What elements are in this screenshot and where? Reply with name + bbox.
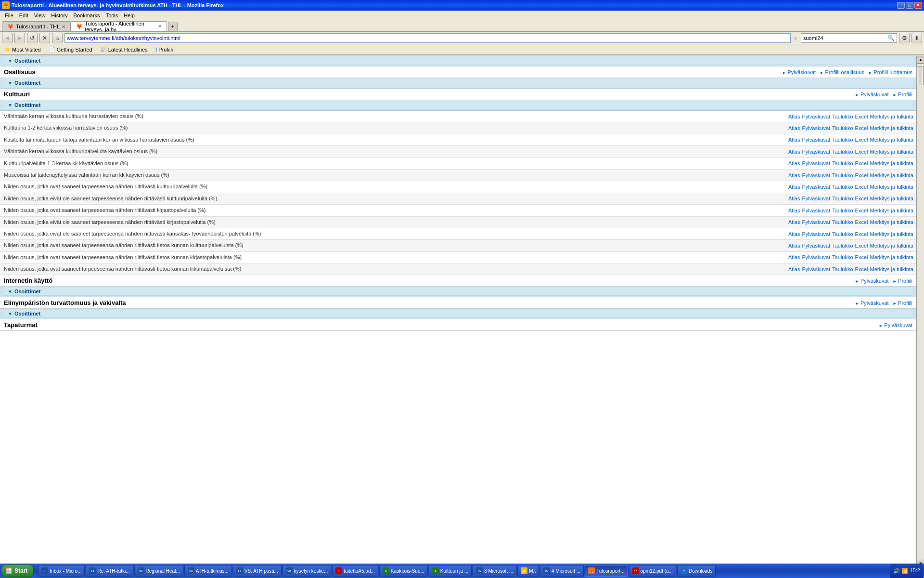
link-taulukko-7[interactable]: Taulukko: [832, 196, 853, 201]
taskbar-vs-ath[interactable]: O VS: ATH posti...: [233, 565, 282, 577]
link-excel-0[interactable]: Excel: [855, 114, 868, 119]
link-merkitys-ja-tulkinta-9[interactable]: Merkitys ja tulkinta: [870, 219, 913, 225]
link-merkitys-ja-tulkinta-1[interactable]: Merkitys ja tulkinta: [870, 125, 913, 131]
search-input[interactable]: [803, 35, 886, 41]
link-taulukko-10[interactable]: Taulukko: [832, 231, 853, 237]
bookmark-most-visited[interactable]: ⭐ Most Visited: [2, 46, 43, 53]
link-pylväskuvat-5[interactable]: Pylväskuvat: [802, 172, 830, 178]
scrollbar[interactable]: ▲ ▼: [916, 56, 924, 567]
link-pylväskuvat-12[interactable]: Pylväskuvat: [802, 254, 830, 260]
link-atlas-9[interactable]: Atlas: [788, 219, 800, 225]
taskbar-ath-tutki[interactable]: W ATH-tutkimus...: [184, 565, 232, 577]
link-merkitys-ja-tulkinta-3[interactable]: Merkitys ja tulkinta: [870, 149, 913, 155]
url-box[interactable]: www.terveytemme.fi/ath/tulokset/hyvinvoi…: [64, 33, 791, 43]
taskbar-m-drive[interactable]: 📁 M:\: [517, 565, 539, 577]
link-taulukko-11[interactable]: Taulukko: [832, 243, 853, 249]
link-taulukko-6[interactable]: Taulukko: [832, 184, 853, 190]
link-excel-9[interactable]: Excel: [855, 219, 868, 225]
taskbar-tulosraportit[interactable]: 🦊 Tulosraport...: [585, 565, 628, 577]
bookmark-profiili[interactable]: f Profiili: [154, 47, 175, 53]
scroll-track[interactable]: [917, 64, 924, 560]
link-merkitys-ja-tulkinta-11[interactable]: Merkitys ja tulkinta: [870, 243, 913, 249]
link-atlas-7[interactable]: Atlas: [788, 196, 800, 201]
link-taulukko-5[interactable]: Taulukko: [832, 172, 853, 178]
link-merkitys-ja-tulkinta-6[interactable]: Merkitys ja tulkinta: [870, 184, 913, 190]
link-taulukko-8[interactable]: Taulukko: [832, 208, 853, 213]
link-excel-6[interactable]: Excel: [855, 184, 868, 190]
link-excel-12[interactable]: Excel: [855, 254, 868, 260]
link-taulukko-12[interactable]: Taulukko: [832, 254, 853, 260]
link-pylväskuvat-2[interactable]: Pylväskuvat: [802, 137, 830, 143]
tapaturmat-pylvaskuvat[interactable]: Pylväskuvat: [879, 322, 912, 328]
osoittimet-row-osallisuus[interactable]: ▼ Osoittimet: [4, 79, 912, 87]
link-taulukko-13[interactable]: Taulukko: [832, 266, 853, 272]
osoittimet-row-elinymparisto[interactable]: ▼ Osoittimet: [4, 310, 912, 318]
link-merkitys-ja-tulkinta-7[interactable]: Merkitys ja tulkinta: [870, 196, 913, 201]
tab-1[interactable]: 🦊 Tulosraportit - THL ✕: [2, 21, 71, 31]
link-merkitys-ja-tulkinta-0[interactable]: Merkitys ja tulkinta: [870, 114, 913, 119]
taskbar-taitettu[interactable]: P taitettuA5.pd...: [332, 565, 378, 577]
forward-button[interactable]: ►: [14, 33, 25, 43]
minimize-button[interactable]: _: [897, 2, 905, 9]
reload-button[interactable]: ↺: [27, 33, 38, 43]
link-excel-7[interactable]: Excel: [855, 196, 868, 201]
link-excel-8[interactable]: Excel: [855, 208, 868, 213]
internet-pylvaskuvat[interactable]: Pylväskuvat: [855, 278, 889, 284]
link-merkitys-ja-tulkinta-4[interactable]: Merkitys ja tulkinta: [870, 160, 913, 166]
menu-history[interactable]: History: [48, 11, 70, 20]
taskbar-microsoft4[interactable]: W 4 Microsoft ...: [540, 565, 584, 577]
taskbar-microsoft8[interactable]: W 8 Microsoft ...: [473, 565, 516, 577]
elinymparisto-profiili[interactable]: Profiili: [893, 300, 912, 306]
link-taulukko-9[interactable]: Taulukko: [832, 219, 853, 225]
menu-edit[interactable]: Edit: [16, 11, 31, 20]
link-merkitys-ja-tulkinta-13[interactable]: Merkitys ja tulkinta: [870, 266, 913, 272]
search-icon[interactable]: 🔍: [887, 35, 895, 41]
link-merkitys-ja-tulkinta-12[interactable]: Merkitys ja tulkinta: [870, 254, 913, 260]
taskbar-downloads[interactable]: e Downloads: [677, 565, 716, 577]
link-excel-5[interactable]: Excel: [855, 172, 868, 178]
link-pylväskuvat-6[interactable]: Pylväskuvat: [802, 184, 830, 190]
link-atlas-12[interactable]: Atlas: [788, 254, 800, 260]
home-button[interactable]: ⌂: [52, 33, 63, 43]
link-atlas-0[interactable]: Atlas: [788, 114, 800, 119]
menu-view[interactable]: View: [31, 11, 49, 20]
link-pylväskuvat-9[interactable]: Pylväskuvat: [802, 219, 830, 225]
link-pylväskuvat-4[interactable]: Pylväskuvat: [802, 160, 830, 166]
link-atlas-3[interactable]: Atlas: [788, 149, 800, 155]
link-merkitys-ja-tulkinta-5[interactable]: Merkitys ja tulkinta: [870, 172, 913, 178]
link-taulukko-4[interactable]: Taulukko: [832, 160, 853, 166]
link-excel-11[interactable]: Excel: [855, 243, 868, 249]
back-button[interactable]: ◄: [2, 33, 13, 43]
link-merkitys-ja-tulkinta-8[interactable]: Merkitys ja tulkinta: [870, 208, 913, 213]
close-button[interactable]: ✕: [914, 2, 922, 9]
osoittimet-row-internet[interactable]: ▼ Osoittimet: [4, 288, 912, 296]
menu-file[interactable]: File: [2, 11, 16, 20]
search-box[interactable]: 🔍: [801, 33, 897, 43]
taskbar-kyselyn[interactable]: W kyselyn keske...: [282, 565, 332, 577]
window-controls[interactable]: _ □ ✕: [897, 2, 922, 9]
menu-tools[interactable]: Tools: [103, 11, 121, 20]
maximize-button[interactable]: □: [906, 2, 913, 9]
link-excel-10[interactable]: Excel: [855, 231, 868, 237]
link-atlas-8[interactable]: Atlas: [788, 208, 800, 213]
link-atlas-5[interactable]: Atlas: [788, 172, 800, 178]
link-atlas-10[interactable]: Atlas: [788, 231, 800, 237]
kulttuuri-profiili[interactable]: Profiili: [893, 92, 912, 97]
link-excel-13[interactable]: Excel: [855, 266, 868, 272]
osoittimet-row-kulttuuri[interactable]: ▼ Osoittimet: [4, 101, 912, 109]
scroll-up-button[interactable]: ▲: [917, 56, 924, 64]
bookmark-star[interactable]: ★: [793, 34, 799, 42]
link-atlas-11[interactable]: Atlas: [788, 243, 800, 249]
tab-close-1[interactable]: ✕: [62, 24, 65, 29]
scroll-thumb[interactable]: [917, 66, 924, 85]
link-taulukko-3[interactable]: Taulukko: [832, 149, 853, 155]
link-pylväskuvat-13[interactable]: Pylväskuvat: [802, 266, 830, 272]
tab-2[interactable]: 🦊 Tulosraportti - Alueellinen terveys- j…: [71, 21, 167, 31]
link-excel-2[interactable]: Excel: [855, 137, 868, 143]
internet-profiili[interactable]: Profiili: [893, 278, 912, 284]
link-taulukko-2[interactable]: Taulukko: [832, 137, 853, 143]
link-taulukko-1[interactable]: Taulukko: [832, 125, 853, 131]
link-excel-4[interactable]: Excel: [855, 160, 868, 166]
link-pylväskuvat-3[interactable]: Pylväskuvat: [802, 149, 830, 155]
link-pylväskuvat-7[interactable]: Pylväskuvat: [802, 196, 830, 201]
